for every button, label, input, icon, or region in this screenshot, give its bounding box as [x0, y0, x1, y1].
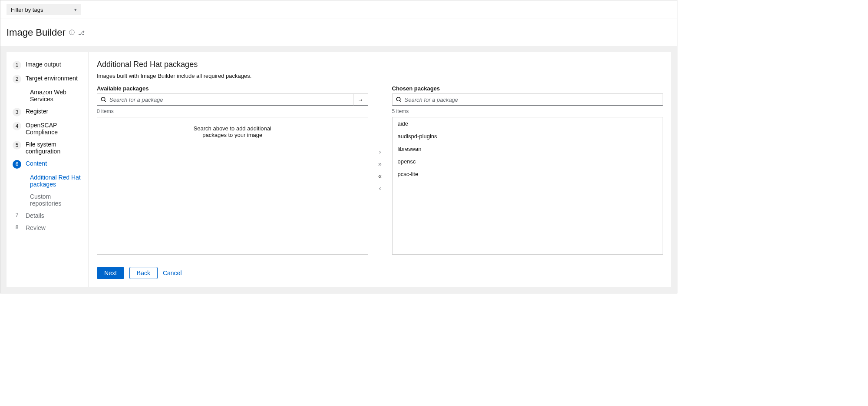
wizard-substep-additional-packages[interactable]: Additional Red Hat packages	[7, 171, 89, 190]
cancel-button[interactable]: Cancel	[163, 270, 182, 276]
move-right-button[interactable]: ›	[375, 147, 385, 156]
available-search-box	[97, 93, 353, 106]
chosen-title: Chosen packages	[392, 85, 663, 92]
search-icon	[101, 97, 106, 102]
step-label: File system configuration	[26, 141, 83, 155]
page-title: Image Builder ⓘ ⎇	[7, 27, 85, 38]
wizard-nav: 1 Image output 2 Target environment Amaz…	[7, 52, 89, 287]
chosen-item[interactable]: opensc	[393, 155, 663, 168]
available-pane: Available packages → 0 items	[97, 85, 368, 255]
next-button[interactable]: Next	[97, 267, 124, 279]
angle-double-left-icon: «	[378, 173, 382, 180]
available-empty-message: Search above to add additional packages …	[97, 117, 368, 146]
chosen-item[interactable]: audispd-plugins	[393, 130, 663, 143]
main-description: Images built with Image Builder include …	[97, 73, 663, 79]
wizard-step-image-output[interactable]: 1 Image output	[7, 58, 89, 72]
step-label: Details	[26, 212, 44, 219]
footer-buttons: Next Back Cancel	[97, 255, 663, 279]
step-label: Amazon Web Services	[30, 89, 83, 103]
angle-double-right-icon: »	[378, 160, 382, 167]
chosen-list: aide audispd-plugins libreswan opensc pc…	[392, 117, 663, 255]
arrow-right-icon: →	[357, 97, 363, 103]
chosen-search-input[interactable]	[405, 97, 660, 103]
step-number: 8	[13, 224, 21, 230]
step-label: OpenSCAP Compliance	[26, 122, 83, 136]
step-number: 5	[13, 141, 21, 150]
wizard-step-openscap[interactable]: 4 OpenSCAP Compliance	[7, 119, 89, 138]
empty-line1: Search above to add additional	[105, 125, 360, 132]
wizard-step-content[interactable]: 6 Content	[7, 157, 89, 171]
step-number: 1	[13, 61, 21, 70]
filter-by-tags-label: Filter by tags	[11, 7, 43, 13]
back-button[interactable]: Back	[129, 267, 158, 279]
branch-icon[interactable]: ⎇	[78, 30, 85, 36]
angle-right-icon: ›	[379, 148, 381, 155]
wizard-step-details[interactable]: 7 Details	[7, 210, 89, 222]
step-number: 2	[13, 75, 21, 83]
move-all-right-button[interactable]: »	[375, 160, 385, 168]
step-label: Register	[26, 108, 48, 115]
step-number: 3	[13, 108, 21, 116]
chosen-item[interactable]: pcsc-lite	[393, 168, 663, 180]
available-search-input[interactable]	[109, 97, 350, 103]
main-heading: Additional Red Hat packages	[97, 60, 663, 69]
move-left-button[interactable]: ‹	[375, 184, 385, 193]
chosen-search-box	[392, 93, 663, 106]
chosen-item[interactable]: aide	[393, 117, 663, 130]
step-number: 7	[13, 212, 21, 218]
wizard-substep-custom-repositories[interactable]: Custom repositories	[7, 190, 89, 210]
step-label: Content	[26, 160, 47, 167]
step-label: Review	[26, 224, 46, 231]
wizard-step-review[interactable]: 8 Review	[7, 222, 89, 234]
step-number: 6	[13, 160, 21, 169]
step-label: Additional Red Hat packages	[30, 174, 83, 188]
page-title-row: Image Builder ⓘ ⎇	[0, 19, 677, 46]
available-count: 0 items	[97, 108, 368, 114]
transfer-controls: › » « ‹	[368, 85, 392, 255]
chosen-item[interactable]: libreswan	[393, 143, 663, 155]
page-title-text: Image Builder	[7, 27, 66, 38]
wizard-step-register[interactable]: 3 Register	[7, 105, 89, 119]
wizard-step-target-environment[interactable]: 2 Target environment	[7, 72, 89, 86]
available-search-button[interactable]: →	[353, 93, 368, 106]
available-list: Search above to add additional packages …	[97, 117, 368, 255]
help-icon[interactable]: ⓘ	[69, 29, 75, 37]
available-title: Available packages	[97, 85, 368, 92]
search-icon	[396, 97, 401, 102]
chosen-count: 5 items	[392, 108, 663, 114]
step-label: Target environment	[26, 75, 78, 82]
move-all-left-button[interactable]: «	[375, 172, 385, 180]
empty-line2: packages to your image	[105, 132, 360, 138]
caret-down-icon: ▾	[74, 7, 77, 13]
filter-bar: Filter by tags ▾	[0, 0, 677, 19]
step-label: Custom repositories	[30, 193, 83, 207]
filter-by-tags-dropdown[interactable]: Filter by tags ▾	[7, 4, 81, 15]
wizard-step-filesystem[interactable]: 5 File system configuration	[7, 138, 89, 157]
step-label: Image output	[26, 61, 61, 68]
wizard-substep-aws[interactable]: Amazon Web Services	[7, 86, 89, 105]
angle-left-icon: ‹	[379, 185, 381, 192]
step-number: 4	[13, 122, 21, 130]
chosen-pane: Chosen packages 5 items aide audispd-plu…	[392, 85, 663, 255]
